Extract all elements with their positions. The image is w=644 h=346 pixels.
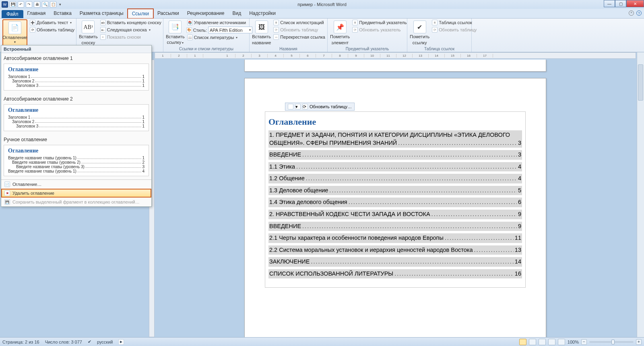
qat-customize-icon[interactable]: ▾ [58,1,62,8]
tab-вставка[interactable]: Вставка [50,9,76,18]
update-index-label: Обновить указатель [359,27,400,32]
update-toa-button[interactable]: ⟳Обновить таблицу [431,27,477,33]
tab-вид[interactable]: Вид [228,9,245,18]
word-app-icon[interactable]: W [2,1,8,8]
quick-print-icon[interactable]: 🖶 [34,1,40,8]
gallery-item-auto1-preview[interactable]: Оглавление Заголовок 11Заголовок 21Загол… [4,64,149,91]
toc-entry[interactable]: 1.2 Общение.............................… [268,174,522,183]
toc-menu-icon[interactable]: ▾ [295,104,301,109]
insert-toa-label: Таблица ссылок [439,20,472,25]
update-table-button[interactable]: ⟳Обновить таблицу [29,27,75,33]
tab-рецензирование[interactable]: Рецензирование [183,9,229,18]
save-icon[interactable]: 💾 [10,1,16,8]
zoom-slider[interactable] [589,341,634,343]
view-print-layout-button[interactable] [519,339,526,345]
ribbon-minimize-icon[interactable]: ^ [629,10,634,16]
style-label: Стиль: [193,28,207,33]
gallery-item-manual-title[interactable]: Ручное оглавление [1,134,151,144]
bibliography-button[interactable]: 📖Список литературы [186,34,252,41]
toc-entry[interactable]: ВВЕДЕНИЕ................................… [268,222,522,231]
insert-index-button[interactable]: ≡Предметный указатель [351,19,407,26]
update-captions-table-button[interactable]: ⟳Обновить таблицу [272,27,326,33]
print-preview-icon[interactable]: 🔍 [42,1,48,8]
gallery-cmd-save-selection: 💾Сохранить выделенный фрагмент в коллекц… [1,198,151,206]
show-notes-button[interactable]: ≡Показать сноски [99,34,162,40]
view-outline-button[interactable] [548,339,555,345]
maximize-button[interactable]: ▢ [615,0,626,7]
gallery-cmd-remove-toc[interactable]: ✖Удалить оглавление [1,189,151,198]
scrollbar-thumb[interactable] [638,64,643,101]
horizontal-ruler[interactable]: 1211234567891011121314151617 [155,52,636,59]
zoom-slider-knob[interactable] [611,340,615,344]
zoom-in-button[interactable]: + [636,339,642,345]
tab-главная[interactable]: Главная [23,9,50,18]
status-language[interactable]: русский [97,340,113,344]
insert-endnote-button[interactable]: abВставить концевую сноску [99,19,162,26]
toc-entry[interactable]: ВВЕДЕНИЕ................................… [268,150,522,160]
paste-icon[interactable]: 📋 [50,1,56,8]
tab-надстройки[interactable]: Надстройки [245,9,280,18]
mark-index-entry-button[interactable]: 📌 Пометить элемент [330,19,350,46]
status-page[interactable]: Страница: 2 из 16 [2,340,39,344]
index-icon: ≡ [352,20,358,25]
toc-field[interactable]: Оглавление 1. ПРЕДМЕТ И ЗАДАЧИ, ПОНЯТИЯ … [265,111,526,288]
save-selection-icon: 💾 [4,199,10,205]
update-toc-field-icon: ⟳ [302,104,308,109]
page-scroll-area[interactable]: ▾ ⟳ Обновить таблицу… Оглавление 1. ПРЕД… [155,60,636,337]
refresh-icon: ⟳ [352,27,358,33]
update-toc-field-label[interactable]: Обновить таблицу… [310,104,352,109]
insert-toa-button[interactable]: ≡Таблица ссылок [431,19,477,26]
zoom-percent[interactable]: 100% [568,340,579,344]
insert-footnote-label-2: сноску [82,40,95,45]
help-icon[interactable]: ? [636,10,642,16]
tab-ссылки[interactable]: Ссылки [128,9,153,18]
cross-reference-button[interactable]: ↔Перекрестная ссылка [272,34,326,40]
minimize-button[interactable]: — [604,0,615,7]
ruler-mark: 1 [187,54,203,58]
toc-entry[interactable]: ЗАКЛЮЧЕНИЕ..............................… [268,257,522,267]
manage-sources-button[interactable]: 📚Управление источниками [186,19,252,26]
tab-рассылки[interactable]: Рассылки [153,9,183,18]
view-draft-button[interactable] [558,339,565,345]
list-of-figures-button[interactable]: ≡Список иллюстраций [272,19,326,26]
add-text-button[interactable]: ➕Добавить текст [29,19,75,26]
status-macro-icon[interactable]: ▶ [118,339,124,345]
toc-handle-icon[interactable] [288,104,293,109]
gallery-auto2-pv-title: Оглавление [8,107,144,113]
toc-entry[interactable]: 2.1 Черты характера и особенности поведе… [268,233,522,243]
gallery-item-auto1-title[interactable]: Автособираемое оглавление 1 [1,53,151,63]
update-index-button[interactable]: ⟳Обновить указатель [351,27,407,33]
tab-file[interactable]: Файл [2,10,23,18]
undo-icon[interactable]: ↶ [18,1,24,8]
toc-entry[interactable]: 1.3 Деловое общение.....................… [268,186,522,196]
redo-icon[interactable]: ↷ [26,1,32,8]
preview-line: Введите название главы (уровень 1)4 [8,169,144,173]
group-index: 📌 Пометить элемент ≡Предметный указатель… [328,19,407,52]
tab-разметка-страницы[interactable]: Разметка страницы [76,9,128,18]
gallery-item-manual-preview[interactable]: Оглавление Введите название главы (урове… [4,145,149,176]
zoom-out-button[interactable]: − [581,339,587,345]
gallery-cmd-insert-toc[interactable]: 📄Оглавление… [1,180,151,189]
view-full-screen-button[interactable] [529,339,536,345]
toc-entry[interactable]: 1.1 Этика...............................… [268,162,522,172]
insert-caption-button[interactable]: 🖼 Вставить название [252,19,271,46]
gallery-item-auto2-preview[interactable]: Оглавление Заголовок 11Заголовок 21Загол… [4,104,149,131]
toc-entry[interactable]: 1. ПРЕДМЕТ И ЗАДАЧИ, ПОНЯТИЯ И КАТЕГОРИИ… [268,130,522,148]
toc-entry[interactable]: 2. НРАВСТВЕННЫЙ КОДЕКС ЧЕСТИ ЗАПАДА И ВО… [268,210,522,219]
toc-button[interactable]: 📄 Оглавление ▾ [2,19,27,46]
gallery-item-auto2-title[interactable]: Автособираемое оглавление 2 [1,94,151,103]
next-footnote-button[interactable]: a↓Следующая сноска [99,27,162,33]
close-button[interactable]: ✕ [626,0,644,7]
mark-entry-label-2: элемент [331,40,349,45]
status-proofing-icon[interactable]: ✔ [88,339,91,344]
mark-citation-button[interactable]: ✔ Пометить ссылку [410,19,429,46]
insert-footnote-button[interactable]: AB¹ Вставить сноску [79,19,98,46]
toc-entry[interactable]: СПИСОК ИСПОЛЬЗОВАННОЙ ЛИТЕРАТУРЫ........… [268,269,522,279]
toc-entry[interactable]: 2.2 Система моральных установок и иерарх… [268,245,522,255]
vertical-scrollbar[interactable] [637,52,644,337]
insert-citation-button[interactable]: 📑 Вставить ссылку [166,19,185,46]
view-web-layout-button[interactable] [539,339,546,345]
status-word-count[interactable]: Число слов: 3 077 [45,340,82,344]
toc-entry[interactable]: 1.4 Этика делового общения..............… [268,198,522,207]
citation-style-dropdown[interactable]: APA Fifth Edition▾ [208,27,252,33]
